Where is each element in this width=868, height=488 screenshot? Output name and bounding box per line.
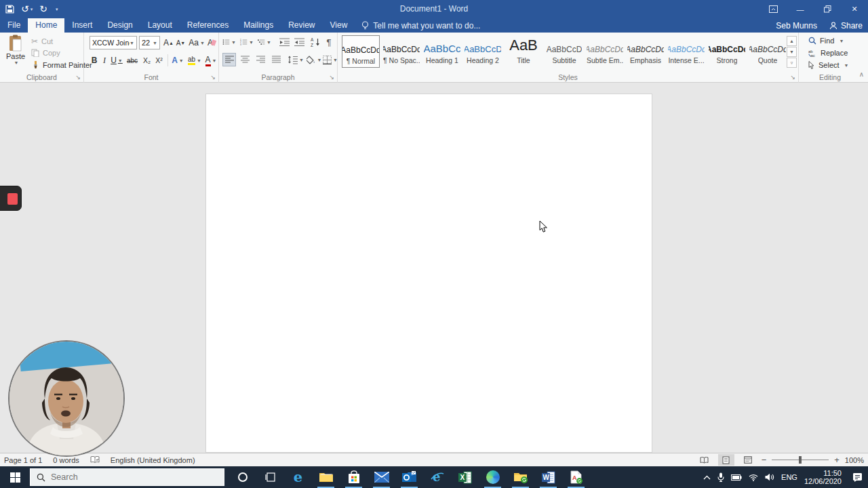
style-no-spacing[interactable]: AaBbCcDd¶ No Spac... bbox=[382, 35, 420, 68]
tab-file[interactable]: File bbox=[0, 18, 28, 33]
recording-stop-button[interactable] bbox=[0, 186, 22, 211]
superscript-button[interactable]: X² bbox=[153, 54, 165, 67]
style-subtitle[interactable]: AaBbCcDSubtitle bbox=[545, 35, 583, 68]
start-button[interactable] bbox=[0, 466, 30, 488]
zoom-percent[interactable]: 100% bbox=[845, 456, 864, 464]
minimize-button[interactable]: — bbox=[787, 0, 814, 18]
tray-chevron-up-icon[interactable] bbox=[703, 475, 711, 480]
text-highlight-button[interactable]: ab▼ bbox=[186, 54, 203, 67]
tab-view[interactable]: View bbox=[323, 18, 355, 33]
borders-button[interactable]: ▼ bbox=[322, 53, 338, 66]
paste-button[interactable]: Paste ▼ bbox=[1, 35, 30, 73]
cortana-button[interactable] bbox=[229, 466, 256, 488]
word-count[interactable]: 0 words bbox=[53, 456, 79, 464]
font-name-combobox[interactable]: XCCW Joined▼ bbox=[90, 36, 137, 49]
battery-icon[interactable] bbox=[731, 474, 742, 481]
change-case-button[interactable]: Aa▼ bbox=[189, 36, 205, 49]
style-title[interactable]: AaBTitle bbox=[505, 35, 542, 68]
text-effects-button[interactable]: A▼ bbox=[170, 54, 185, 67]
style-quote[interactable]: AaBbCcDdQuote bbox=[749, 35, 787, 68]
taskbar-search[interactable] bbox=[30, 468, 224, 486]
taskbar-app-word[interactable]: W bbox=[534, 466, 562, 488]
underline-button[interactable]: U▼ bbox=[110, 54, 123, 67]
clear-formatting-button[interactable]: A bbox=[206, 36, 217, 49]
style-intense-emphasis[interactable]: AaBbCcDdIntense E... bbox=[667, 35, 705, 68]
font-size-combobox[interactable]: 22▼ bbox=[139, 36, 160, 49]
bullets-button[interactable]: ▼ bbox=[222, 35, 236, 49]
taskbar-app-microsoft-store[interactable] bbox=[340, 466, 368, 488]
tab-mailings[interactable]: Mailings bbox=[236, 18, 281, 33]
subscript-button[interactable]: X₂ bbox=[141, 54, 153, 67]
multilevel-list-button[interactable]: ▼ bbox=[258, 35, 271, 49]
styles-scroll-down-icon[interactable]: ▼ bbox=[787, 47, 797, 57]
align-center-button[interactable] bbox=[238, 53, 252, 66]
tab-review[interactable]: Review bbox=[281, 18, 322, 33]
taskbar-app-edge-legacy[interactable]: e bbox=[284, 466, 312, 488]
task-view-button[interactable] bbox=[256, 466, 284, 488]
increase-indent-button[interactable] bbox=[292, 35, 306, 49]
print-layout-icon[interactable] bbox=[718, 454, 734, 466]
collapse-ribbon-icon[interactable]: ∧ bbox=[859, 70, 864, 78]
paste-dropdown-arrow[interactable]: ▼ bbox=[14, 60, 19, 65]
tab-design[interactable]: Design bbox=[100, 18, 140, 33]
zoom-in-icon[interactable]: + bbox=[834, 455, 840, 465]
account-user-name[interactable]: Seb Munns bbox=[776, 21, 817, 30]
zoom-out-icon[interactable]: − bbox=[762, 455, 767, 465]
sort-button[interactable]: AZ bbox=[309, 35, 322, 49]
style-strong[interactable]: AaBbCcDcStrong bbox=[708, 35, 746, 68]
italic-button[interactable]: I bbox=[100, 54, 108, 67]
search-input[interactable] bbox=[51, 472, 200, 482]
clock[interactable]: 11:50 12/06/2020 bbox=[804, 469, 842, 485]
taskbar-app-edge[interactable] bbox=[479, 466, 507, 488]
style-normal[interactable]: AaBbCcDd¶ Normal bbox=[342, 35, 380, 68]
tab-insert[interactable]: Insert bbox=[64, 18, 100, 33]
bold-button[interactable]: B bbox=[90, 54, 99, 67]
format-painter-button[interactable]: Format Painter bbox=[31, 61, 92, 69]
select-button[interactable]: Select▼ bbox=[808, 61, 849, 69]
page-indicator[interactable]: Page 1 of 1 bbox=[4, 456, 42, 464]
ribbon-display-options-icon[interactable] bbox=[760, 0, 787, 18]
language-button[interactable]: ENG bbox=[781, 473, 797, 481]
restore-button[interactable] bbox=[814, 0, 841, 18]
tab-references[interactable]: References bbox=[180, 18, 236, 33]
taskbar-app-file-explorer-sync[interactable] bbox=[507, 466, 534, 488]
zoom-slider-handle[interactable] bbox=[799, 456, 802, 464]
speaker-icon[interactable] bbox=[765, 473, 774, 481]
tab-home[interactable]: Home bbox=[28, 18, 64, 33]
style-heading-2[interactable]: AaBbCcDHeading 2 bbox=[464, 35, 502, 68]
styles-scroll-up-icon[interactable]: ▲ bbox=[787, 36, 797, 46]
language-indicator[interactable]: English (United Kingdom) bbox=[111, 456, 195, 464]
read-mode-icon[interactable] bbox=[696, 454, 713, 466]
close-button[interactable]: ✕ bbox=[841, 0, 868, 18]
taskbar-app-mail[interactable] bbox=[368, 466, 395, 488]
show-hide-pilcrow-button[interactable]: ¶ bbox=[322, 35, 336, 49]
style-subtle-emphasis[interactable]: AaBbCcDdSubtle Em... bbox=[586, 35, 624, 68]
line-spacing-button[interactable]: ▼ bbox=[287, 53, 304, 66]
tab-layout[interactable]: Layout bbox=[140, 18, 180, 33]
proofing-icon[interactable] bbox=[90, 456, 100, 464]
taskbar-app-excel[interactable]: X bbox=[451, 466, 479, 488]
taskbar-app-file-explorer[interactable] bbox=[312, 466, 340, 488]
align-left-button[interactable] bbox=[222, 53, 236, 66]
taskbar-app-internet-explorer[interactable]: e bbox=[423, 466, 451, 488]
numbering-button[interactable]: 123▼ bbox=[240, 35, 254, 49]
share-button[interactable]: Share bbox=[829, 21, 863, 30]
taskbar-app-outlook[interactable] bbox=[395, 466, 423, 488]
web-layout-icon[interactable] bbox=[740, 454, 756, 466]
document-page[interactable] bbox=[205, 94, 652, 453]
action-center-icon[interactable] bbox=[852, 472, 863, 482]
microphone-icon[interactable] bbox=[717, 472, 724, 482]
shading-button[interactable]: ▼ bbox=[306, 53, 322, 66]
replace-button[interactable]: abac Replace bbox=[808, 49, 848, 57]
taskbar-app-acrobat[interactable]: A bbox=[562, 466, 590, 488]
justify-button[interactable] bbox=[269, 53, 283, 66]
wifi-icon[interactable] bbox=[749, 474, 758, 481]
font-color-button[interactable]: A▼ bbox=[204, 54, 218, 67]
decrease-indent-button[interactable] bbox=[277, 35, 291, 49]
shrink-font-button[interactable]: A▼ bbox=[175, 36, 186, 49]
style-emphasis[interactable]: AaBbCcDdEmphasis bbox=[627, 35, 665, 68]
align-right-button[interactable] bbox=[254, 53, 267, 66]
find-button[interactable]: Find▼ bbox=[808, 37, 844, 45]
zoom-slider[interactable] bbox=[772, 454, 829, 466]
tell-me-box[interactable]: Tell me what you want to do... bbox=[355, 18, 487, 33]
